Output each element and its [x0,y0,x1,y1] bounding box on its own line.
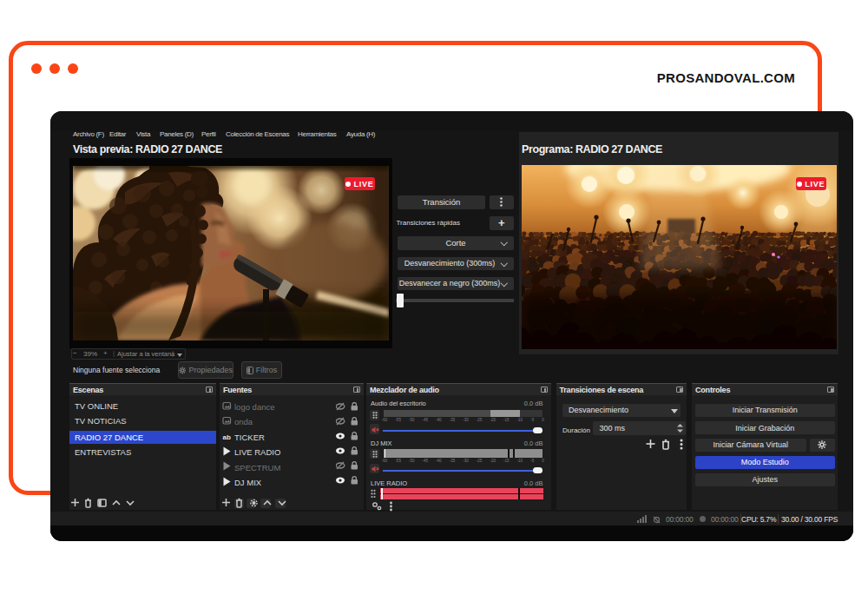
svg-text:ab: ab [223,433,231,441]
